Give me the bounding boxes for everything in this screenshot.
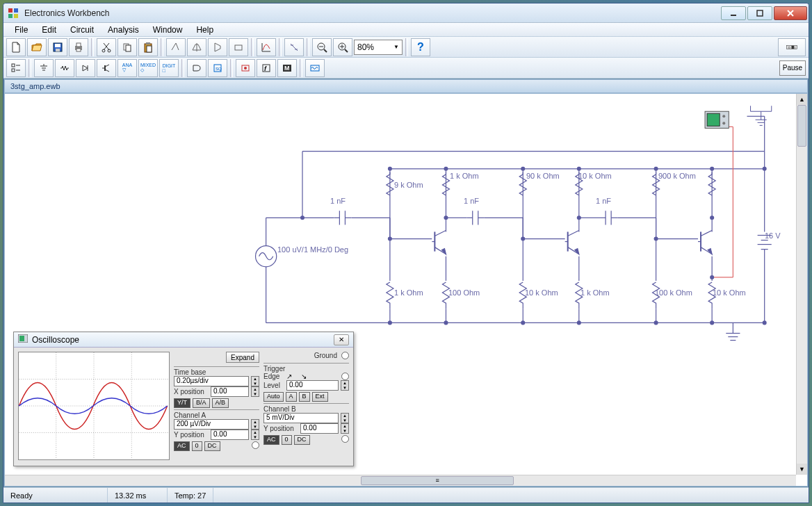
cha-0[interactable]: 0 — [192, 441, 202, 451]
edge-rise[interactable]: ↗ — [286, 373, 299, 380]
svg-point-124 — [763, 320, 767, 325]
level-spin[interactable]: ▲▼ — [341, 380, 349, 391]
maximize-button[interactable] — [747, 6, 772, 20]
horizontal-scrollbar[interactable]: ≡ — [5, 475, 796, 486]
xpos-spin[interactable]: ▲▼ — [251, 386, 259, 397]
r1-label: 9 k Ohm — [394, 181, 423, 189]
chb-ypos-spin[interactable]: ▲▼ — [341, 423, 349, 434]
scope-close-button[interactable]: ✕ — [334, 334, 349, 345]
svg-rect-55 — [311, 65, 319, 71]
menu-help[interactable]: Help — [189, 24, 220, 36]
zoom-select[interactable]: 80%▼ — [354, 40, 403, 55]
open-button[interactable] — [27, 38, 47, 56]
cha-scale[interactable]: 200 µV/Div — [174, 419, 249, 430]
supply-label: 16 V — [765, 231, 781, 240]
title-bar: Electronics Workbench — [3, 3, 809, 23]
rotate-button[interactable] — [166, 38, 186, 56]
zoom-out-button[interactable] — [312, 38, 332, 56]
svg-rect-5 — [757, 10, 763, 16]
svg-point-106 — [521, 167, 525, 171]
logic-gates-icon[interactable] — [187, 59, 206, 77]
trig-ext[interactable]: Ext — [312, 392, 328, 402]
cut-button[interactable] — [97, 38, 116, 56]
vertical-scrollbar[interactable]: ▲▼ — [796, 94, 807, 475]
svg-text:I: I — [795, 46, 795, 49]
ground-label: Ground — [314, 352, 337, 359]
flip-h-button[interactable] — [187, 38, 206, 56]
graph-button[interactable] — [257, 38, 276, 56]
indicators-icon[interactable] — [236, 59, 255, 77]
ab-button[interactable]: A/B — [212, 398, 229, 408]
menu-window[interactable]: Window — [146, 24, 190, 36]
favorites-icon[interactable] — [6, 59, 26, 77]
copy-button[interactable] — [117, 38, 137, 56]
basic-icon[interactable] — [55, 59, 74, 77]
chb-scale[interactable]: 5 mV/Div — [263, 413, 339, 423]
help-button[interactable]: ? — [411, 38, 430, 56]
svg-rect-12 — [76, 43, 81, 47]
print-button[interactable] — [69, 38, 88, 56]
mixed-ics-icon[interactable]: MIXED◇ — [138, 59, 158, 77]
cha-probe-radio[interactable] — [252, 441, 259, 449]
chb-probe-radio[interactable] — [341, 435, 349, 443]
misc-icon[interactable]: M — [277, 59, 297, 77]
menu-edit[interactable]: Edit — [35, 24, 63, 36]
chb-ypos[interactable]: 0.00 — [300, 423, 339, 434]
pause-button[interactable]: Pause — [779, 60, 806, 76]
simulate-switch[interactable]: OI — [778, 38, 806, 56]
trig-radio[interactable] — [341, 373, 349, 380]
chb-dc[interactable]: DC — [294, 435, 310, 445]
analog-ics-icon[interactable]: ANA▽ — [117, 59, 137, 77]
chb-ac[interactable]: AC — [263, 435, 279, 445]
save-button[interactable] — [48, 38, 67, 56]
svg-point-50 — [244, 67, 247, 70]
paste-button[interactable] — [138, 38, 158, 56]
svg-point-111 — [388, 237, 392, 241]
trig-level[interactable]: 0.00 — [286, 380, 339, 391]
r11-label: 10 k Ohm — [713, 288, 746, 297]
digital-ics-icon[interactable]: DIGIT□ — [159, 59, 179, 77]
scope-expand-button[interactable]: Expand — [226, 352, 259, 363]
diodes-icon[interactable] — [76, 59, 95, 77]
instruments-icon[interactable] — [305, 59, 325, 77]
timebase-spin[interactable]: ▲▼ — [251, 376, 259, 386]
subcircuit-button[interactable] — [229, 38, 248, 56]
transistors-icon[interactable] — [97, 59, 116, 77]
svg-point-107 — [577, 167, 581, 171]
ba-button[interactable]: B/A — [193, 398, 210, 408]
digital-icon[interactable]: SQ — [208, 59, 227, 77]
cha-dc[interactable]: DC — [204, 441, 220, 451]
ground-radio[interactable] — [341, 352, 349, 359]
chb-spin[interactable]: ▲▼ — [341, 413, 349, 423]
yt-button[interactable]: Y/T — [174, 398, 190, 408]
menu-file[interactable]: File — [8, 24, 35, 36]
zoom-in-button[interactable] — [333, 38, 352, 56]
edge-fall[interactable]: ↘ — [301, 373, 314, 380]
cha-spin[interactable]: ▲▼ — [251, 419, 259, 430]
trig-auto[interactable]: Auto — [263, 392, 284, 402]
flip-v-button[interactable] — [208, 38, 227, 56]
menu-analysis[interactable]: Analysis — [101, 24, 146, 36]
controls-icon[interactable]: f — [257, 59, 276, 77]
chb-0[interactable]: 0 — [282, 435, 292, 445]
cha-ac[interactable]: AC — [174, 441, 190, 451]
oscilloscope-window[interactable]: Oscilloscope ✕ — [13, 332, 354, 466]
svg-rect-170 — [19, 336, 24, 341]
trig-a[interactable]: A — [286, 392, 297, 402]
scope-display[interactable] — [18, 352, 170, 460]
svg-line-27 — [345, 49, 348, 52]
sources-icon[interactable] — [34, 59, 54, 77]
svg-rect-34 — [12, 64, 15, 67]
cha-ypos-spin[interactable]: ▲▼ — [251, 430, 259, 440]
new-button[interactable] — [6, 38, 26, 56]
svg-rect-22 — [235, 45, 242, 50]
properties-button[interactable] — [284, 38, 304, 56]
trig-b[interactable]: B — [299, 392, 310, 402]
menu-circuit[interactable]: Circuit — [63, 24, 101, 36]
close-button[interactable] — [774, 6, 807, 20]
minimize-button[interactable] — [721, 6, 746, 20]
xpos-input[interactable]: 0.00 — [211, 386, 249, 397]
timebase-scale[interactable]: 0.20µs/div — [174, 376, 249, 386]
cha-ypos[interactable]: 0.00 — [211, 430, 249, 440]
r4-label: 10 k Ohm — [578, 172, 612, 180]
